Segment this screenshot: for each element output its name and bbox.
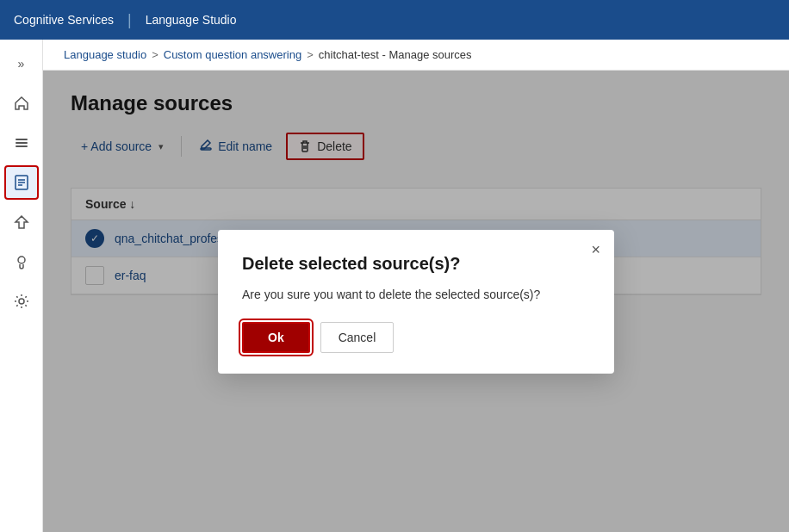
delete-modal: Delete selected source(s)? × Are you sur…: [218, 230, 614, 374]
breadcrumb-sep-2: >: [307, 48, 314, 61]
modal-title: Delete selected source(s)?: [242, 254, 590, 274]
svg-rect-1: [16, 142, 28, 144]
brand-label: Cognitive Services: [14, 13, 114, 27]
sidebar-item-bulb[interactable]: [4, 244, 39, 279]
sidebar-item-knowledge-base[interactable]: [4, 165, 39, 200]
sidebar-item-home[interactable]: [4, 86, 39, 121]
main-content: Manage sources + Add source ▾ Edit name: [43, 71, 789, 532]
breadcrumb-item-1[interactable]: Language studio: [64, 48, 146, 61]
modal-overlay: Delete selected source(s)? × Are you sur…: [43, 71, 789, 532]
sidebar-item-menu[interactable]: [4, 126, 39, 160]
breadcrumb-item-3: chitchat-test - Manage sources: [319, 48, 472, 61]
modal-close-button[interactable]: ×: [591, 242, 600, 257]
studio-label: Language Studio: [146, 13, 237, 27]
svg-rect-0: [16, 139, 28, 140]
breadcrumb: Language studio > Custom question answer…: [43, 40, 789, 71]
modal-body: Are you sure you want to delete the sele…: [242, 288, 590, 301]
main-layout: »: [0, 40, 789, 532]
ok-button[interactable]: Ok: [242, 322, 310, 353]
breadcrumb-item-2[interactable]: Custom question answering: [164, 48, 301, 61]
nav-divider: |: [127, 11, 132, 29]
sidebar: »: [0, 40, 43, 532]
svg-point-8: [19, 299, 24, 304]
sidebar-item-settings[interactable]: [4, 284, 39, 319]
sidebar-item-deploy[interactable]: [4, 205, 39, 239]
top-nav: Cognitive Services | Language Studio: [0, 0, 789, 40]
content-area: Language studio > Custom question answer…: [43, 40, 789, 532]
modal-footer: Ok Cancel: [242, 322, 590, 353]
svg-point-7: [18, 257, 25, 263]
cancel-button[interactable]: Cancel: [320, 322, 394, 353]
svg-rect-2: [16, 145, 28, 147]
breadcrumb-sep-1: >: [152, 48, 158, 61]
sidebar-collapse-toggle[interactable]: »: [4, 46, 39, 81]
